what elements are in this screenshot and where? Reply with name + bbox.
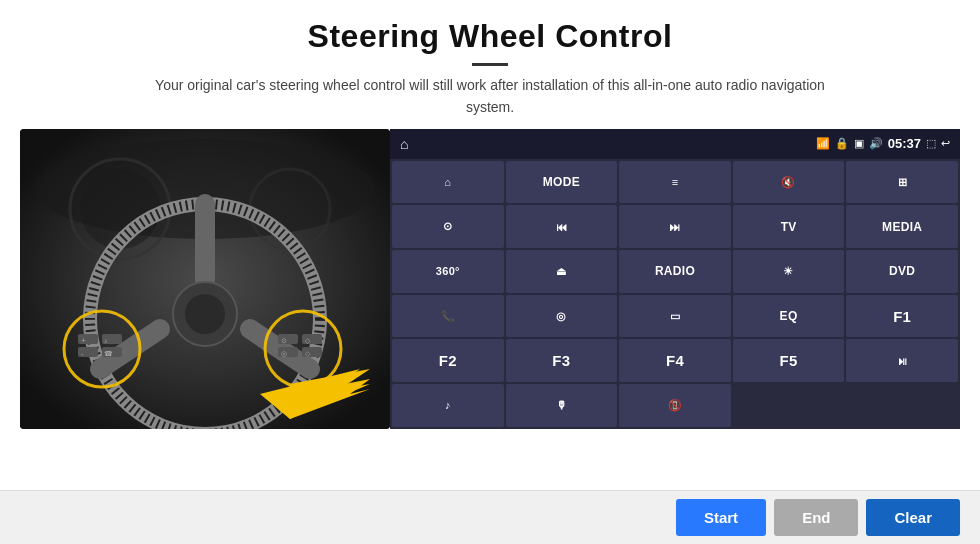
clear-button[interactable]: Clear: [866, 499, 960, 536]
grid-btn-f2[interactable]: F2: [392, 339, 504, 382]
grid-btn-list[interactable]: ≡: [619, 161, 731, 204]
grid-btn-home[interactable]: ⌂: [392, 161, 504, 204]
grid-btn-phone[interactable]: 📞: [392, 295, 504, 338]
grid-btn-prev[interactable]: ⏮: [506, 205, 618, 248]
action-bar: Start End Clear: [0, 490, 980, 544]
grid-btn-call-end[interactable]: 📵: [619, 384, 731, 427]
grid-btn-media[interactable]: MEDIA: [846, 205, 958, 248]
button-grid: ⌂MODE≡🔇⊞⊙⏮⏭TVMEDIA360°⏏RADIO☀DVD📞◎▭EQF1F…: [390, 159, 960, 429]
status-time: 05:37: [888, 136, 921, 151]
subtitle-text: Your original car's steering wheel contr…: [150, 74, 830, 119]
grid-btn-screen[interactable]: ▭: [619, 295, 731, 338]
back-icon: ↩: [941, 137, 950, 150]
end-button[interactable]: End: [774, 499, 858, 536]
home-status-icon: ⌂: [400, 136, 408, 152]
control-panel: ⌂ 📶 🔒 ▣ 🔊 05:37 ⬚ ↩ ⌂MODE≡🔇⊞⊙⏮⏭TVMEDIA36…: [390, 129, 960, 429]
grid-btn-dvd[interactable]: DVD: [846, 250, 958, 293]
svg-text:◎: ◎: [281, 350, 287, 357]
grid-btn-music[interactable]: ♪: [392, 384, 504, 427]
wifi-icon: 📶: [816, 137, 830, 150]
svg-text:☎: ☎: [104, 350, 113, 357]
grid-btn-f1[interactable]: F1: [846, 295, 958, 338]
status-bar: ⌂ 📶 🔒 ▣ 🔊 05:37 ⬚ ↩: [390, 129, 960, 159]
svg-text:-: -: [81, 349, 84, 358]
svg-text:⊙: ⊙: [281, 337, 287, 344]
grid-btn-eject[interactable]: ⏏: [506, 250, 618, 293]
grid-btn-eq[interactable]: EQ: [733, 295, 845, 338]
grid-btn-f4[interactable]: F4: [619, 339, 731, 382]
grid-btn-mic[interactable]: 🎙: [506, 384, 618, 427]
grid-btn-mute[interactable]: 🔇: [733, 161, 845, 204]
header-section: Steering Wheel Control Your original car…: [0, 0, 980, 129]
title-divider: [472, 63, 508, 66]
steering-wheel-image: + - ♪ ☎ ⊙ ◎ ◇ ◇: [20, 129, 390, 429]
grid-btn-tv[interactable]: TV: [733, 205, 845, 248]
status-left: ⌂: [400, 136, 408, 152]
grid-btn-apps[interactable]: ⊞: [846, 161, 958, 204]
grid-btn-[interactable]: [846, 384, 958, 427]
grid-btn-play-pause[interactable]: ⏯: [846, 339, 958, 382]
grid-btn-360[interactable]: 360°: [392, 250, 504, 293]
content-area: + - ♪ ☎ ⊙ ◎ ◇ ◇: [0, 129, 980, 490]
svg-point-11: [185, 294, 225, 334]
grid-btn-brightness[interactable]: ☀: [733, 250, 845, 293]
grid-btn-nav[interactable]: ◎: [506, 295, 618, 338]
sim-icon: ▣: [854, 137, 864, 150]
grid-btn-mode[interactable]: MODE: [506, 161, 618, 204]
grid-btn-f5[interactable]: F5: [733, 339, 845, 382]
svg-text:♪: ♪: [104, 337, 108, 344]
start-button[interactable]: Start: [676, 499, 766, 536]
bt-icon: 🔊: [869, 137, 883, 150]
page-title: Steering Wheel Control: [60, 18, 920, 55]
screen-icon: ⬚: [926, 137, 936, 150]
grid-btn-radio[interactable]: RADIO: [619, 250, 731, 293]
grid-btn-next[interactable]: ⏭: [619, 205, 731, 248]
grid-btn-f3[interactable]: F3: [506, 339, 618, 382]
grid-btn-[interactable]: [733, 384, 845, 427]
lock-icon: 🔒: [835, 137, 849, 150]
grid-btn-settings[interactable]: ⊙: [392, 205, 504, 248]
svg-text:+: +: [81, 336, 86, 345]
status-right: 📶 🔒 ▣ 🔊 05:37 ⬚ ↩: [816, 136, 950, 151]
page-container: Steering Wheel Control Your original car…: [0, 0, 980, 544]
